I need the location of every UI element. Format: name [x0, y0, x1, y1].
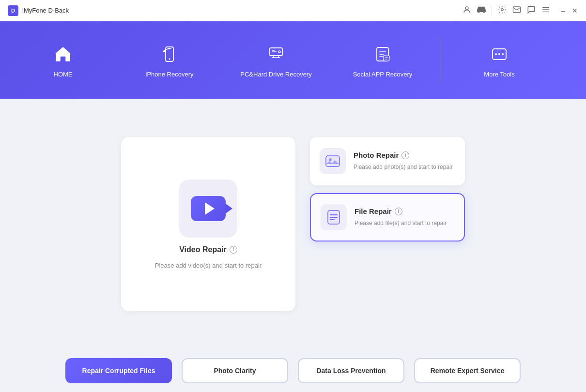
nav-bar: HOME iPhone Recovery	[0, 21, 586, 99]
photo-clarity-button[interactable]: Photo Clarity	[182, 358, 288, 383]
svg-point-9	[278, 51, 280, 53]
svg-rect-13	[384, 55, 389, 61]
pc-icon	[264, 43, 288, 66]
main-content: Video Repair i Please add video(s) and s…	[0, 99, 586, 349]
iphone-icon	[158, 43, 181, 66]
svg-point-7	[169, 58, 170, 60]
home-icon	[51, 43, 75, 66]
title-bar-left: D iMyFone D-Back	[8, 5, 463, 16]
menu-icon[interactable]	[541, 5, 550, 16]
photo-icon-wrap	[320, 148, 346, 174]
repair-corrupted-button[interactable]: Repair Corrupted Files	[65, 358, 172, 383]
person-icon[interactable]	[463, 5, 471, 16]
nav-item-social[interactable]: Social APP Recovery	[329, 26, 436, 94]
svg-point-15	[495, 53, 497, 55]
video-info-icon[interactable]: i	[230, 246, 237, 254]
settings-icon[interactable]	[498, 5, 507, 16]
title-bar: D iMyFone D-Back	[0, 0, 586, 21]
photo-repair-card[interactable]: Photo Repair i Please add photo(s) and s…	[310, 137, 465, 185]
title-bar-right: – ✕	[463, 5, 578, 16]
photo-info-icon[interactable]: i	[401, 151, 409, 159]
cards-row: Video Repair i Please add video(s) and s…	[65, 137, 521, 311]
camera-lens	[226, 204, 232, 213]
title-divider	[492, 6, 492, 15]
nav-label-pc: PC&Hard Drive Recovery	[240, 71, 311, 78]
app-title: iMyFone D-Back	[22, 7, 69, 14]
nav-label-more: More Tools	[484, 71, 514, 78]
file-repair-title: File Repair i	[355, 207, 447, 215]
window-controls: – ✕	[560, 7, 578, 14]
nav-label-social: Social APP Recovery	[353, 71, 413, 78]
file-repair-card[interactable]: File Repair i Please add file(s) and sta…	[310, 193, 465, 241]
nav-item-more[interactable]: More Tools	[446, 26, 553, 94]
photo-repair-subtitle: Please add photo(s) and start to repair	[354, 164, 453, 170]
svg-point-17	[502, 53, 504, 55]
close-button[interactable]: ✕	[571, 7, 578, 14]
nav-item-home[interactable]: HOME	[10, 26, 116, 94]
nav-label-home: HOME	[54, 71, 73, 78]
more-icon	[488, 43, 511, 66]
svg-point-20	[329, 158, 332, 161]
file-repair-text: File Repair i Please add file(s) and sta…	[355, 207, 447, 227]
nav-label-iphone: iPhone Recovery	[146, 71, 194, 78]
file-info-icon[interactable]: i	[395, 208, 402, 215]
svg-point-0	[465, 7, 468, 10]
discord-icon[interactable]	[477, 5, 486, 16]
app-logo: D	[8, 5, 18, 16]
video-repair-subtitle: Please add video(s) and start to repair	[155, 262, 262, 269]
photo-repair-title: Photo Repair i	[354, 151, 453, 159]
svg-rect-18	[326, 156, 339, 166]
chat-icon[interactable]	[527, 5, 536, 16]
right-column: Photo Repair i Please add photo(s) and s…	[310, 137, 465, 311]
nav-item-pc[interactable]: PC&Hard Drive Recovery	[223, 26, 329, 94]
minimize-button[interactable]: –	[560, 7, 567, 14]
play-triangle	[205, 202, 215, 215]
photo-repair-text: Photo Repair i Please add photo(s) and s…	[354, 151, 453, 171]
bottom-bar: Repair Corrupted Files Photo Clarity Dat…	[0, 349, 586, 392]
nav-item-iphone[interactable]: iPhone Recovery	[116, 26, 223, 94]
file-repair-subtitle: Please add file(s) and start to repair	[355, 220, 447, 226]
social-icon	[371, 43, 394, 66]
file-icon-wrap	[321, 204, 347, 230]
remote-expert-button[interactable]: Remote Expert Service	[414, 358, 521, 383]
video-repair-title: Video Repair i	[179, 245, 237, 254]
video-icon-wrap	[179, 180, 237, 238]
data-loss-button[interactable]: Data Loss Prevention	[298, 358, 404, 383]
mail-icon[interactable]	[512, 5, 521, 16]
video-camera-body	[191, 196, 226, 221]
video-repair-card[interactable]: Video Repair i Please add video(s) and s…	[121, 137, 295, 311]
nav-separator	[441, 36, 441, 84]
svg-point-16	[498, 53, 500, 55]
svg-point-1	[501, 8, 504, 11]
